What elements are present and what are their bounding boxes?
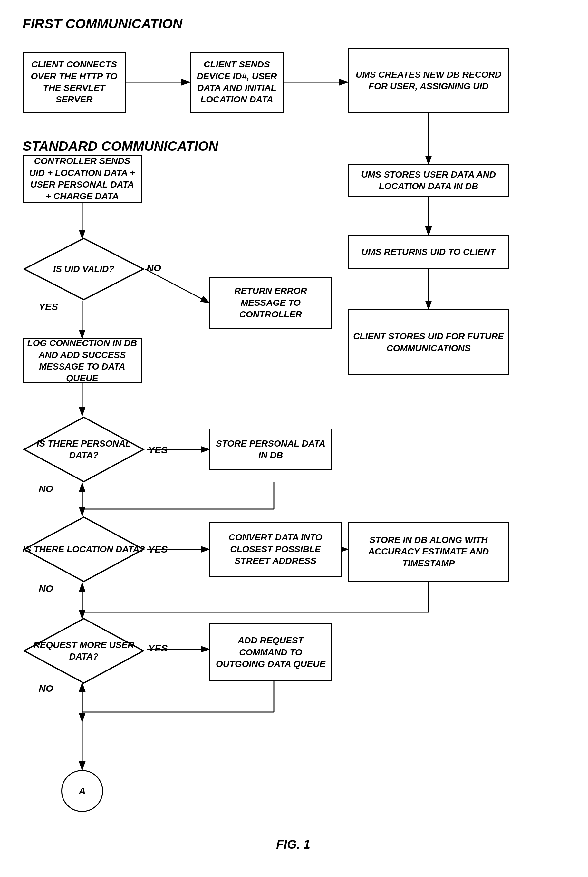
- svg-line-8: [145, 269, 209, 303]
- convert-data-box: CONVERT DATA INTO CLOSEST POSSIBLE STREE…: [209, 522, 342, 577]
- location-data-no-label: NO: [39, 583, 53, 594]
- location-data-yes-label: YES: [148, 544, 168, 555]
- location-data-diamond: IS THERE LOCATION DATA?: [22, 516, 145, 583]
- request-more-diamond: REQUEST MORE USER DATA?: [22, 617, 145, 685]
- client-stores-box: CLIENT STORES UID FOR FUTURE COMMUNICATI…: [348, 309, 509, 375]
- figure-caption: FIG. 1: [245, 838, 342, 852]
- uid-valid-yes-label: YES: [39, 301, 58, 312]
- request-more-yes-label: YES: [148, 643, 168, 654]
- client-sends-box: CLIENT SENDS DEVICE ID#, USER DATA AND I…: [190, 51, 284, 113]
- store-db-box: STORE IN DB ALONG WITH ACCURACY ESTIMATE…: [348, 522, 509, 582]
- uid-valid-no-label: NO: [147, 262, 161, 274]
- personal-data-yes-label: YES: [148, 445, 168, 456]
- ums-returns-box: UMS RETURNS UID TO CLIENT: [348, 235, 509, 269]
- controller-sends-box: CONTROLLER SENDS UID + LOCATION DATA + U…: [22, 154, 142, 203]
- end-circle: A: [61, 770, 103, 812]
- ums-stores-box: UMS STORES USER DATA AND LOCATION DATA I…: [348, 164, 509, 196]
- first-communication-title: FIRST COMMUNICATION: [22, 16, 182, 31]
- request-more-no-label: NO: [39, 683, 53, 694]
- add-request-box: ADD REQUEST COMMAND TO OUTGOING DATA QUE…: [209, 624, 332, 681]
- log-connection-box: LOG CONNECTION IN DB AND ADD SUCCESS MES…: [22, 338, 142, 384]
- return-error-box: RETURN ERROR MESSAGE TO CONTROLLER: [209, 277, 332, 328]
- standard-communication-title: STANDARD COMMUNICATION: [22, 138, 218, 154]
- ums-creates-box: UMS CREATES NEW DB RECORD FOR USER, ASSI…: [348, 48, 509, 113]
- personal-data-diamond: IS THERE PERSONAL DATA?: [22, 415, 145, 483]
- store-personal-box: STORE PERSONAL DATA IN DB: [209, 429, 332, 471]
- personal-data-no-label: NO: [39, 483, 53, 494]
- uid-valid-diamond: IS UID VALID?: [22, 237, 145, 301]
- client-connects-box: CLIENT CONNECTS OVER THE HTTP TO THE SER…: [22, 51, 126, 113]
